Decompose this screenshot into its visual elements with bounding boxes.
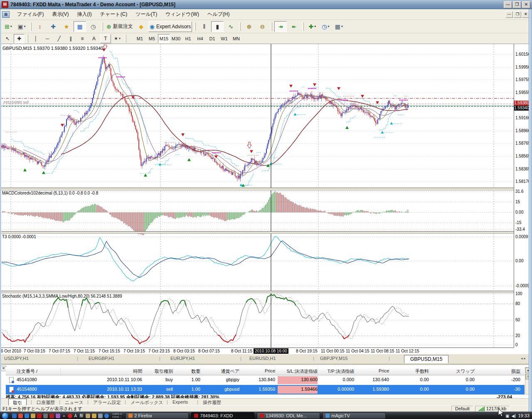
pane-separator-t3[interactable] bbox=[0, 232, 529, 234]
ime-help-icon[interactable] bbox=[104, 414, 109, 418]
navigator-button[interactable]: ★ bbox=[60, 21, 73, 32]
templates-button[interactable]: ▩▾ bbox=[332, 21, 345, 32]
quick-launch-overflow[interactable]: » bbox=[63, 414, 65, 418]
menu-item-4[interactable]: ツール(T) bbox=[131, 10, 161, 19]
minimize-button[interactable]: — bbox=[504, 1, 512, 8]
header-9[interactable]: 手数料 bbox=[392, 368, 429, 375]
chart-tab-GBPUSDM15[interactable]: GBPUSD,M15 bbox=[404, 355, 448, 363]
zoom-in-button[interactable]: ⊕ bbox=[243, 21, 255, 32]
close-button[interactable]: ✕ bbox=[522, 1, 530, 8]
chart-tab-EURJPYH1[interactable]: EURJPY,H1 bbox=[170, 356, 195, 361]
menu-item-2[interactable]: 挿入(I) bbox=[73, 10, 96, 19]
chart-shift-button[interactable]: ↞ bbox=[288, 21, 300, 32]
header-11[interactable]: 損益 bbox=[477, 368, 521, 375]
price-chart-canvas[interactable] bbox=[0, 44, 514, 354]
text-label-tool-button[interactable]: T bbox=[100, 34, 111, 43]
ime-pad-icon[interactable] bbox=[92, 414, 96, 418]
arrows-tool-button[interactable]: ✶▾ bbox=[112, 34, 123, 43]
time-axis[interactable]: 2010.10.08 16:00 6 Oct 20107 Oct 03:157 … bbox=[0, 348, 514, 354]
price-axis[interactable]: 1.59380 1.59340 1.601501.599501.597551.5… bbox=[514, 44, 529, 348]
channel-tool-button[interactable]: ∥ bbox=[65, 34, 76, 43]
data-window-button[interactable]: ✚ bbox=[47, 21, 59, 32]
timeframe-W1[interactable]: W1 bbox=[218, 34, 230, 43]
ime-dictionary-icon[interactable] bbox=[98, 414, 103, 418]
terminal-tab-3[interactable]: アラーム設定 bbox=[93, 399, 121, 406]
chart-tab-USDJPYH1[interactable]: USDJPY,H1 bbox=[4, 356, 29, 361]
terminal-tab-2[interactable]: ニュース bbox=[65, 399, 84, 406]
task-button-0[interactable]: 2 Firefox bbox=[126, 412, 189, 419]
quick-launch-icon-5[interactable] bbox=[43, 414, 48, 418]
start-button[interactable] bbox=[2, 412, 9, 419]
chart-tab-EURGBPH1[interactable]: EURGBP,H1 bbox=[89, 356, 114, 361]
quick-launch-icon-1[interactable] bbox=[18, 414, 23, 418]
new-chart-button[interactable]: ⊞▾ bbox=[2, 21, 15, 32]
timeframe-MN[interactable]: MN bbox=[230, 34, 242, 43]
menu-item-6[interactable]: ヘルプ(H) bbox=[203, 10, 234, 19]
profiles-button[interactable]: ▣▾ bbox=[15, 21, 28, 32]
pane-separator-stoch[interactable] bbox=[0, 291, 529, 293]
task-button-2[interactable]: 1349930: ODL Me... bbox=[257, 412, 320, 419]
header-10[interactable]: スワップ bbox=[431, 368, 475, 375]
quick-launch-icon-3[interactable] bbox=[31, 414, 35, 418]
expert-advisors-button[interactable]: ◉Expert Advisors bbox=[148, 21, 192, 32]
cursor-tool-button[interactable]: ↖ bbox=[2, 34, 13, 43]
horizontal-line-tool-button[interactable]: ─ bbox=[42, 34, 53, 43]
strategy-tester-button[interactable]: ◷ bbox=[87, 21, 99, 32]
task-button-1[interactable]: 7849403: FXDD bbox=[191, 412, 254, 419]
tab-scroll-arrows[interactable]: ◂▸ bbox=[521, 356, 527, 360]
quick-launch-icon-4[interactable] bbox=[37, 414, 42, 418]
orders-table-header[interactable]: 注文番号 /時間取引種別数量通貨ペアPriceS/L:決済逆指値T/P:決済指値… bbox=[6, 367, 525, 375]
periods-dropdown-arrow[interactable]: ▾ bbox=[328, 25, 329, 28]
profiles-dropdown-arrow[interactable]: ▾ bbox=[24, 25, 26, 28]
terminal-tab-1[interactable]: 口座履歴 bbox=[37, 399, 55, 406]
chart-candles-button[interactable]: ▮ bbox=[211, 21, 224, 32]
quick-launch-icon-6[interactable] bbox=[49, 414, 54, 418]
indicators-dropdown-arrow[interactable]: ▾ bbox=[314, 25, 316, 28]
volume-tray-icon[interactable]: ◀) bbox=[511, 414, 516, 418]
menu-item-5[interactable]: ウィンドウ(W) bbox=[161, 10, 203, 19]
auto-scroll-button[interactable]: ↠ bbox=[274, 21, 287, 32]
timeframe-M30[interactable]: M30 bbox=[170, 34, 182, 43]
ime-mode-kanji[interactable]: 般 bbox=[79, 413, 84, 419]
ime-tools-icon[interactable] bbox=[86, 414, 90, 418]
mdi-minimize-button[interactable]: — bbox=[505, 11, 513, 18]
chart-tab-GBPJPYM15[interactable]: GBPJPY,M15 bbox=[320, 356, 347, 361]
trendline-tool-button[interactable]: ╱ bbox=[54, 34, 64, 43]
quick-launch-icon-2[interactable] bbox=[25, 414, 29, 418]
templates-dropdown-arrow[interactable]: ▾ bbox=[341, 25, 343, 28]
indicators-button[interactable]: ✚▾ bbox=[306, 21, 318, 32]
header-8[interactable]: Price bbox=[357, 368, 389, 373]
header-0[interactable]: 注文番号 / bbox=[17, 368, 61, 375]
language-bar-icon[interactable] bbox=[68, 414, 72, 418]
menu-item-0[interactable]: ファイル(F) bbox=[13, 10, 48, 19]
chart-tab-EURUSDH1[interactable]: EURUSD,H1 bbox=[249, 356, 276, 361]
timeframe-M5[interactable]: M5 bbox=[146, 34, 158, 43]
header-4[interactable]: 通貨ペア bbox=[203, 368, 240, 375]
network-tray-icon[interactable]: ▣ bbox=[505, 414, 509, 418]
mdi-restore-button[interactable]: ❒ bbox=[514, 11, 521, 18]
menu-item-3[interactable]: チャート(C) bbox=[96, 10, 132, 19]
timeframe-H1[interactable]: H1 bbox=[182, 34, 194, 43]
terminal-tab-5[interactable]: Experts bbox=[172, 399, 188, 404]
chart-area[interactable]: GBPUSD,M15 1.59370 1.59380 1.59320 1.593… bbox=[0, 44, 532, 354]
header-1[interactable]: 時間 bbox=[62, 368, 143, 375]
terminal-tab-4[interactable]: メールボックス bbox=[131, 399, 163, 406]
header-3[interactable]: 数量 bbox=[175, 368, 201, 375]
header-2[interactable]: 取引種別 bbox=[145, 368, 173, 375]
crosshair-tool-button[interactable]: ✚ bbox=[14, 34, 25, 43]
task-button-3[interactable]: mAgicTV bbox=[323, 412, 386, 419]
new-order-button[interactable]: ⊕新規注文 bbox=[105, 21, 134, 32]
pane-separator-macd[interactable] bbox=[0, 188, 529, 190]
arrows-tool-dropdown-arrow[interactable]: ▾ bbox=[119, 37, 121, 40]
timeframe-M15[interactable]: M15 bbox=[158, 34, 170, 43]
chart-line-button[interactable]: ∿ bbox=[224, 21, 237, 32]
quick-launch-icon-0[interactable] bbox=[12, 414, 17, 418]
header-6[interactable]: S/L:決済逆指値 bbox=[278, 368, 318, 375]
ime-mode-a[interactable]: A bbox=[74, 414, 77, 418]
menu-item-1[interactable]: 表示(V) bbox=[48, 10, 73, 19]
terminal-tab-6[interactable]: 操作履歴 bbox=[203, 399, 221, 406]
header-7[interactable]: T/P:決済指値 bbox=[320, 368, 355, 375]
timeframe-D1[interactable]: D1 bbox=[206, 34, 218, 43]
periods-button[interactable]: ◷▾ bbox=[319, 21, 332, 32]
vertical-line-tool-button[interactable]: │ bbox=[30, 34, 41, 43]
